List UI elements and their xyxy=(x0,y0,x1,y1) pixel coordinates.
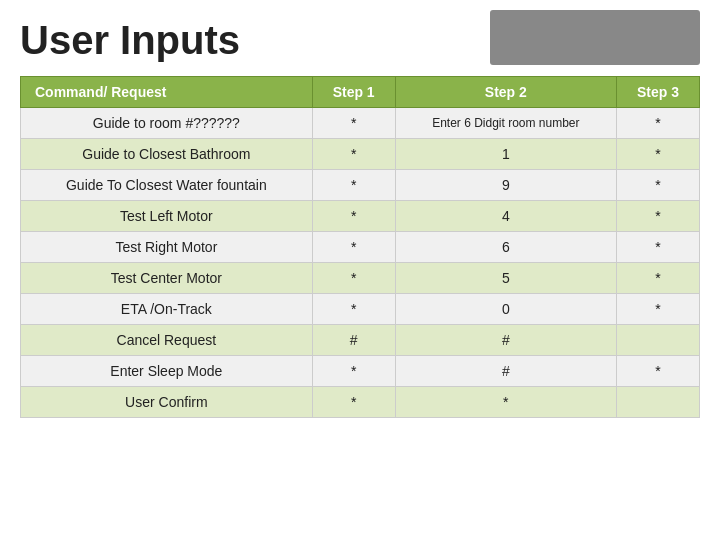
col-header-step2: Step 2 xyxy=(395,77,617,108)
cell-5-3: * xyxy=(617,263,700,294)
cell-1-2: 1 xyxy=(395,139,617,170)
cell-5-0: Test Center Motor xyxy=(21,263,313,294)
table-row: Guide To Closest Water fountain*9* xyxy=(21,170,700,201)
col-header-step3: Step 3 xyxy=(617,77,700,108)
cell-1-0: Guide to Closest Bathroom xyxy=(21,139,313,170)
cell-9-0: User Confirm xyxy=(21,387,313,418)
cell-1-3: * xyxy=(617,139,700,170)
cell-6-0: ETA /On-Track xyxy=(21,294,313,325)
cell-6-3: * xyxy=(617,294,700,325)
cell-0-3: * xyxy=(617,108,700,139)
table-row: User Confirm** xyxy=(21,387,700,418)
user-inputs-table: Command/ Request Step 1 Step 2 Step 3 Gu… xyxy=(20,76,700,418)
page: User Inputs Command/ Request Step 1 Step… xyxy=(0,0,720,540)
cell-2-0: Guide To Closest Water fountain xyxy=(21,170,313,201)
cell-7-1: # xyxy=(312,325,395,356)
table-row: Guide to room #??????*Enter 6 Didgit roo… xyxy=(21,108,700,139)
col-header-command: Command/ Request xyxy=(21,77,313,108)
table-row: Cancel Request## xyxy=(21,325,700,356)
cell-4-3: * xyxy=(617,232,700,263)
cell-5-1: * xyxy=(312,263,395,294)
cell-7-2: # xyxy=(395,325,617,356)
cell-8-2: # xyxy=(395,356,617,387)
cell-0-1: * xyxy=(312,108,395,139)
table-row: ETA /On-Track*0* xyxy=(21,294,700,325)
cell-3-1: * xyxy=(312,201,395,232)
col-header-step1: Step 1 xyxy=(312,77,395,108)
cell-6-1: * xyxy=(312,294,395,325)
cell-2-3: * xyxy=(617,170,700,201)
cell-4-2: 6 xyxy=(395,232,617,263)
cell-3-0: Test Left Motor xyxy=(21,201,313,232)
cell-3-2: 4 xyxy=(395,201,617,232)
cell-8-1: * xyxy=(312,356,395,387)
cell-6-2: 0 xyxy=(395,294,617,325)
table-row: Enter Sleep Mode*#* xyxy=(21,356,700,387)
cell-9-3 xyxy=(617,387,700,418)
top-right-decoration xyxy=(490,10,700,65)
cell-1-1: * xyxy=(312,139,395,170)
table-row: Guide to Closest Bathroom*1* xyxy=(21,139,700,170)
cell-3-3: * xyxy=(617,201,700,232)
cell-4-0: Test Right Motor xyxy=(21,232,313,263)
table-row: Test Center Motor*5* xyxy=(21,263,700,294)
cell-2-1: * xyxy=(312,170,395,201)
cell-0-0: Guide to room #?????? xyxy=(21,108,313,139)
cell-7-0: Cancel Request xyxy=(21,325,313,356)
cell-7-3 xyxy=(617,325,700,356)
cell-2-2: 9 xyxy=(395,170,617,201)
table-row: Test Left Motor*4* xyxy=(21,201,700,232)
table-row: Test Right Motor*6* xyxy=(21,232,700,263)
cell-0-2: Enter 6 Didgit room number xyxy=(395,108,617,139)
cell-9-1: * xyxy=(312,387,395,418)
cell-5-2: 5 xyxy=(395,263,617,294)
cell-9-2: * xyxy=(395,387,617,418)
cell-8-3: * xyxy=(617,356,700,387)
cell-8-0: Enter Sleep Mode xyxy=(21,356,313,387)
cell-4-1: * xyxy=(312,232,395,263)
